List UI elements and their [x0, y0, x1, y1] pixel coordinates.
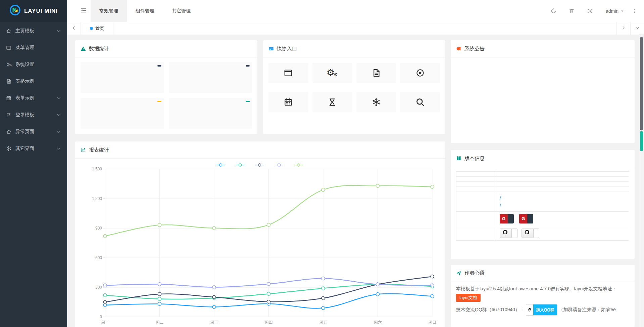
legend-marker	[275, 163, 284, 167]
gitee-badge[interactable]: G	[519, 214, 533, 223]
legend-item[interactable]	[275, 163, 285, 167]
quick-entry-box[interactable]	[312, 92, 352, 112]
quick-entry[interactable]	[268, 92, 308, 115]
sidebar-item[interactable]: 表格示例	[0, 73, 67, 90]
report-chart: 03006009001,2001,500周一周二周三周四周五周六周日	[75, 167, 445, 327]
logo[interactable]: LAYUI MINI	[0, 0, 67, 22]
flag-icon	[6, 112, 14, 118]
tab-scroll-right-button[interactable]	[616, 22, 630, 35]
legend-item[interactable]	[236, 163, 246, 167]
report-card-title: 报表统计	[89, 147, 109, 153]
chevron-down-icon	[56, 146, 61, 151]
version-row	[456, 172, 629, 177]
legend-marker	[255, 163, 264, 167]
tab-strip: 首页	[67, 22, 644, 35]
github-badge[interactable]	[500, 229, 517, 238]
scrollbar-thumb-green[interactable]	[640, 131, 643, 151]
gears-icon: ⚙⚙	[327, 68, 338, 77]
version-cell	[495, 182, 629, 187]
stat-box	[169, 98, 252, 129]
github-badge[interactable]	[522, 229, 539, 238]
sidebar-menu: 主页模板 菜单管理 ⚙⚙ 系统设置 表格示例 表单示例 登录模板 异常页面 其它…	[0, 22, 67, 327]
hourglass-icon	[328, 97, 337, 107]
sidebar-item[interactable]: 主页模板	[0, 23, 67, 39]
quick-entry-box[interactable]: ⚙⚙	[312, 63, 352, 83]
svg-text:周日: 周日	[428, 320, 436, 325]
top-tab[interactable]: 组件管理	[127, 0, 163, 22]
fullscreen-icon[interactable]	[587, 8, 593, 14]
legend-item[interactable]	[255, 163, 266, 167]
quick-entry[interactable]	[268, 63, 308, 86]
quick-entry-box[interactable]	[268, 63, 308, 83]
layui-doc-badge[interactable]: layui文档	[456, 294, 481, 302]
quick-entry-box[interactable]	[400, 92, 440, 112]
quick-entry-box[interactable]	[400, 63, 440, 83]
scrollbar-thumb-dark[interactable]	[640, 37, 643, 130]
top-tab[interactable]: 其它管理	[163, 0, 199, 22]
user-dropdown[interactable]: admin	[606, 8, 624, 14]
sidebar-item[interactable]: 其它界面	[0, 140, 67, 157]
notice-list	[451, 57, 635, 143]
quick-entry-box[interactable]	[356, 92, 396, 112]
quick-entry[interactable]	[312, 92, 352, 115]
sidebar-item[interactable]: 异常页面	[0, 123, 67, 140]
quick-entry[interactable]	[400, 63, 440, 86]
trash-icon[interactable]	[568, 8, 575, 14]
sidebar-item[interactable]: ⚙⚙ 系统设置	[0, 56, 67, 73]
sidebar-item-label: 登录模板	[15, 112, 56, 118]
quick-entry[interactable]	[400, 92, 440, 115]
notice-item[interactable]	[456, 101, 629, 115]
tab-scroll-left-button[interactable]	[67, 22, 81, 35]
top-tab[interactable]: 常规管理	[91, 0, 127, 22]
notice-card-title: 系统公告	[464, 46, 485, 52]
sidebar-item[interactable]: 登录模板	[0, 107, 67, 123]
author-body: 本模板基于layui2.5.4以及font-awesome-4.7.0进行实现。…	[451, 282, 635, 318]
join-qq-badge[interactable]: 加入QQ群	[526, 304, 557, 316]
chevron-down-icon	[56, 29, 61, 33]
gitee-badge[interactable]: G	[500, 214, 514, 223]
version-link-line: /	[500, 194, 624, 202]
content-left-column: 数据统计 快捷入口 ⚙⚙	[75, 40, 445, 327]
version-label	[456, 192, 495, 212]
quick-entry[interactable]: ⚙⚙	[312, 63, 352, 86]
legend-marker	[236, 163, 245, 167]
snowflake-icon	[6, 146, 14, 151]
sidebar-collapse-button[interactable]	[77, 0, 91, 22]
top-navbar: 常规管理组件管理其它管理 admin	[67, 0, 644, 22]
main-area: 常规管理组件管理其它管理 admin 首页	[67, 0, 644, 327]
notice-item[interactable]	[456, 129, 629, 143]
window-icon	[284, 68, 293, 77]
notice-item[interactable]	[456, 74, 629, 88]
tab-home[interactable]: 首页	[81, 22, 113, 35]
version-label	[456, 187, 495, 192]
github-icon	[503, 230, 507, 237]
chevron-down-icon	[635, 26, 640, 32]
legend-item[interactable]	[294, 163, 305, 167]
quick-card-title: 快捷入口	[277, 46, 297, 52]
version-label	[456, 212, 495, 226]
legend-marker	[294, 163, 303, 167]
notice-item[interactable]	[456, 115, 629, 129]
refresh-icon[interactable]	[550, 8, 557, 14]
quick-entry-box[interactable]	[356, 63, 396, 83]
logo-icon	[9, 4, 21, 17]
github-icon	[525, 230, 529, 237]
legend-marker	[216, 163, 225, 167]
content-right-column: 系统公告 版本信息 / / GG	[451, 40, 635, 327]
sidebar-item[interactable]: 菜单管理	[0, 39, 67, 56]
svg-text:300: 300	[95, 285, 102, 290]
legend-item[interactable]	[216, 163, 227, 167]
sidebar-item-label: 菜单管理	[15, 45, 61, 51]
quick-entry[interactable]	[356, 63, 396, 86]
notice-item[interactable]	[456, 60, 629, 74]
notice-item[interactable]	[456, 88, 629, 101]
scrollbar[interactable]	[639, 34, 644, 327]
stats-grid	[75, 57, 257, 133]
quick-entry-box[interactable]	[268, 92, 308, 112]
more-vert-icon[interactable]	[632, 8, 637, 14]
tab-operations-button[interactable]	[630, 22, 644, 35]
content: 数据统计 快捷入口 ⚙⚙	[67, 35, 644, 327]
status-badge	[157, 65, 161, 67]
quick-entry[interactable]	[356, 92, 396, 115]
sidebar-item[interactable]: 表单示例	[0, 90, 67, 107]
